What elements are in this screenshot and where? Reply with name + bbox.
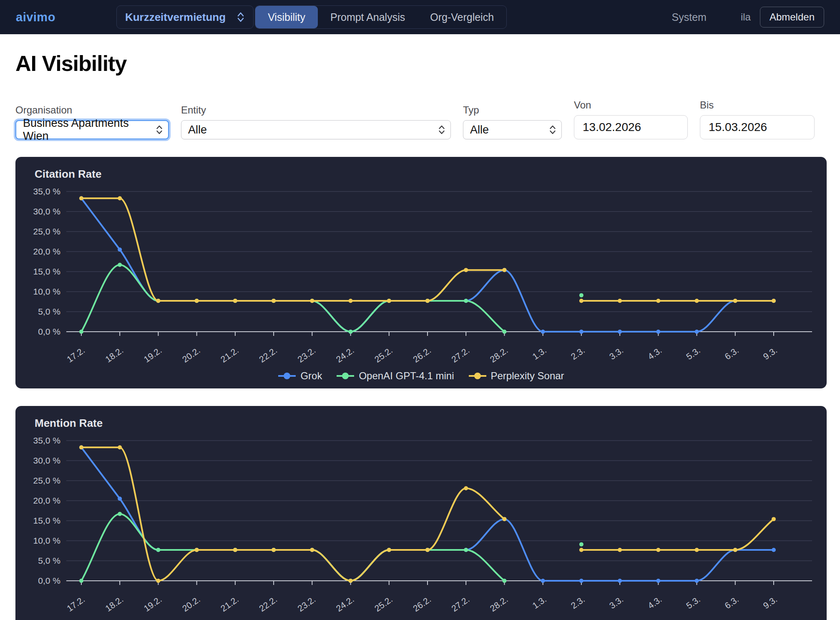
chevron-up-down-icon xyxy=(549,125,556,135)
x-axis-label: 1.3. xyxy=(531,345,548,361)
mention-rate-chart[interactable]: 0,0 %5,0 %10,0 %15,0 %20,0 %25,0 %30,0 %… xyxy=(25,434,817,617)
legend-item-Perplexity Sonar[interactable]: Perplexity Sonar xyxy=(468,370,564,382)
bis-label: Bis xyxy=(700,99,815,111)
data-point-Perplexity Sonar xyxy=(579,299,583,303)
tab-visibility[interactable]: Visibility xyxy=(255,6,318,28)
legend-label: Grok xyxy=(300,370,322,382)
legend-item-OpenAI GPT-4.1 mini[interactable]: OpenAI GPT-4.1 mini xyxy=(336,370,454,382)
data-point-Perplexity Sonar xyxy=(195,299,199,303)
data-point-Perplexity Sonar xyxy=(349,579,353,583)
x-axis-label: 22.2. xyxy=(257,345,279,364)
series-line-Perplexity Sonar xyxy=(581,519,774,550)
data-point-Perplexity Sonar xyxy=(310,548,314,552)
main-tabs: Visibility Prompt Analysis Org-Vergleich xyxy=(255,5,507,29)
data-point-Perplexity Sonar xyxy=(656,299,660,303)
entity-select[interactable]: Alle xyxy=(181,120,451,139)
data-point-Grok xyxy=(579,579,583,583)
y-axis-label: 30,0 % xyxy=(33,456,60,465)
legend-marker-icon xyxy=(278,372,296,380)
organisation-label: Organisation xyxy=(15,104,169,116)
data-point-OpenAI GPT-4.1 mini xyxy=(464,548,468,552)
bis-date-input[interactable] xyxy=(700,115,815,139)
app-logo: aivimo xyxy=(16,10,55,24)
y-axis-label: 35,0 % xyxy=(33,436,60,445)
citation-rate-card: Citation Rate 0,0 %5,0 %10,0 %15,0 %20,0… xyxy=(15,157,827,388)
y-axis-label: 35,0 % xyxy=(33,187,60,196)
data-point-OpenAI GPT-4.1 mini xyxy=(502,330,506,334)
y-axis-label: 30,0 % xyxy=(33,207,60,216)
top-navigation-bar: aivimo Kurzzeitvermietung Visibility Pro… xyxy=(0,0,840,34)
x-axis-label: 4.3. xyxy=(646,345,664,361)
data-point-Grok xyxy=(656,330,660,334)
y-axis-label: 10,0 % xyxy=(33,287,60,296)
data-point-Perplexity Sonar xyxy=(118,196,122,200)
x-axis-label: 9.3. xyxy=(761,345,779,361)
data-point-Perplexity Sonar xyxy=(733,548,737,552)
data-point-OpenAI GPT-4.1 mini xyxy=(464,299,468,303)
data-point-OpenAI GPT-4.1 mini xyxy=(579,542,583,547)
page-title: AI Visibility xyxy=(15,51,828,76)
data-point-Grok xyxy=(618,579,622,583)
data-point-Perplexity Sonar xyxy=(656,548,660,552)
data-point-Perplexity Sonar xyxy=(156,579,160,583)
x-axis-label: 23.2. xyxy=(296,345,317,364)
x-axis-label: 3.3. xyxy=(608,345,625,361)
logout-button[interactable]: Abmelden xyxy=(760,7,824,28)
data-point-Perplexity Sonar xyxy=(272,299,276,303)
data-point-Perplexity Sonar xyxy=(502,268,506,272)
y-axis-label: 15,0 % xyxy=(33,516,60,525)
x-axis-label: 23.2. xyxy=(296,594,317,613)
x-axis-label: 3.3. xyxy=(608,594,625,610)
y-axis-label: 20,0 % xyxy=(33,247,60,256)
typ-label: Typ xyxy=(463,104,562,116)
filter-bar: Organisation Business Apartments Wien En… xyxy=(15,99,828,139)
mention-rate-card: Mention Rate 0,0 %5,0 %10,0 %15,0 %20,0 … xyxy=(15,406,827,620)
citation-rate-chart[interactable]: 0,0 %5,0 %10,0 %15,0 %20,0 %25,0 %30,0 %… xyxy=(25,185,817,368)
organisation-select[interactable]: Business Apartments Wien xyxy=(15,120,169,139)
entity-select-value: Alle xyxy=(188,123,207,136)
data-point-Perplexity Sonar xyxy=(464,268,468,272)
data-point-Perplexity Sonar xyxy=(387,548,391,552)
data-point-OpenAI GPT-4.1 mini xyxy=(118,263,122,267)
von-date-input[interactable] xyxy=(574,115,688,139)
system-link[interactable]: System xyxy=(672,11,707,23)
x-axis-label: 18.2. xyxy=(103,345,125,364)
tab-prompt-analysis[interactable]: Prompt Analysis xyxy=(318,6,417,28)
legend-marker-icon xyxy=(336,372,355,380)
data-point-OpenAI GPT-4.1 mini xyxy=(156,548,160,552)
citation-rate-title: Citation Rate xyxy=(25,168,817,181)
mention-rate-legend: Grok OpenAI GPT-4.1 mini Perplexity Sona… xyxy=(25,617,817,620)
data-point-Grok xyxy=(541,579,545,583)
y-axis-label: 20,0 % xyxy=(33,496,60,505)
tab-org-vergleich[interactable]: Org-Vergleich xyxy=(417,6,506,28)
data-point-Grok xyxy=(695,579,699,583)
data-point-Perplexity Sonar xyxy=(310,299,314,303)
x-axis-label: 6.3. xyxy=(723,594,740,610)
legend-item-Grok[interactable]: Grok xyxy=(278,370,322,382)
legend-label: OpenAI GPT-4.1 mini xyxy=(359,370,454,382)
data-point-Grok xyxy=(618,330,622,334)
typ-select-value: Alle xyxy=(470,123,489,136)
data-point-Grok xyxy=(541,330,545,334)
y-axis-label: 25,0 % xyxy=(33,476,60,485)
mention-rate-title: Mention Rate xyxy=(25,417,817,430)
x-axis-label: 25.2. xyxy=(373,594,394,613)
data-point-Grok xyxy=(772,548,776,552)
y-axis-label: 5,0 % xyxy=(38,556,60,565)
data-point-OpenAI GPT-4.1 mini xyxy=(118,512,122,516)
entity-label: Entity xyxy=(181,104,451,116)
data-point-Perplexity Sonar xyxy=(233,299,237,303)
data-point-Grok xyxy=(656,579,660,583)
data-point-Perplexity Sonar xyxy=(464,486,468,490)
data-point-Perplexity Sonar xyxy=(79,196,83,200)
organisation-select-value: Business Apartments Wien xyxy=(23,117,150,143)
org-context-dropdown[interactable]: Kurzzeitvermietung xyxy=(116,5,254,29)
legend-marker-icon xyxy=(468,372,487,380)
y-axis-label: 15,0 % xyxy=(33,267,60,276)
topbar-right: System ila Abmelden xyxy=(672,7,824,28)
data-point-Perplexity Sonar xyxy=(579,548,583,552)
typ-select[interactable]: Alle xyxy=(463,120,562,139)
x-axis-label: 28.2. xyxy=(488,594,509,613)
data-point-Perplexity Sonar xyxy=(349,299,353,303)
x-axis-label: 6.3. xyxy=(723,345,740,361)
